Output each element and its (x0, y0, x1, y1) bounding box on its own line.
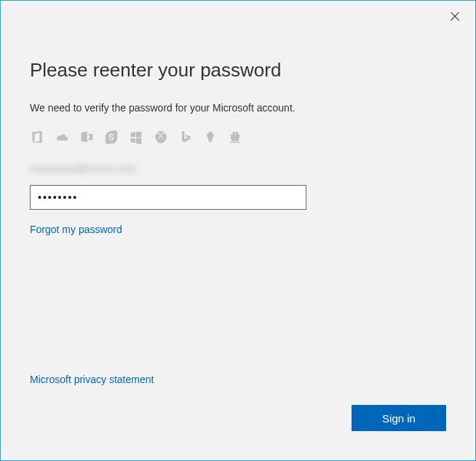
service-icons-row (30, 130, 446, 144)
store-icon (228, 130, 242, 144)
forgot-password-link[interactable]: Forgot my password (30, 224, 122, 235)
dialog-footer: Microsoft privacy statement Sign in (30, 373, 446, 431)
sign-in-button[interactable]: Sign in (352, 405, 446, 431)
privacy-statement-link[interactable]: Microsoft privacy statement (30, 374, 154, 385)
windows-icon (129, 130, 143, 144)
password-input[interactable] (30, 185, 306, 210)
dialog-content: Please reenter your password We need to … (30, 59, 446, 236)
dialog-subtitle: We need to verify the password for your … (30, 102, 446, 114)
close-icon[interactable] (448, 9, 462, 24)
office-icon (30, 130, 44, 144)
skype-icon (104, 130, 119, 144)
email-display: xxxxxxxxxx@xxxxxx.com (30, 163, 161, 175)
msn-icon (203, 130, 218, 144)
onedrive-icon (55, 130, 69, 144)
dialog-title: Please reenter your password (30, 59, 446, 82)
bing-icon (178, 130, 193, 144)
outlook-icon (79, 130, 94, 144)
xbox-icon (154, 130, 168, 144)
